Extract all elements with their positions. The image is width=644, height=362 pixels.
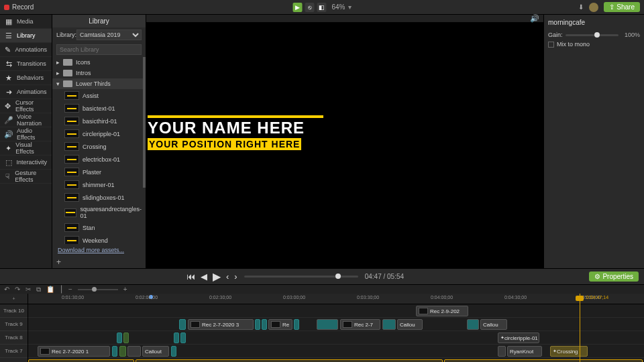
clip-selected[interactable]: morningcafe — [28, 359, 134, 362]
paste-button[interactable]: 📋 — [46, 286, 54, 293]
cut-button[interactable]: ✂ — [25, 286, 31, 293]
clip[interactable] — [262, 319, 267, 330]
canvas-zoom-value[interactable]: 64% — [331, 3, 345, 11]
next-marker-button[interactable]: › — [234, 272, 237, 282]
library-folder-intros[interactable]: ▸Intros — [52, 68, 146, 78]
play-tool-icon[interactable]: ▶ — [292, 3, 302, 12]
step-back-button[interactable]: ◀ — [201, 272, 207, 282]
clip[interactable]: Callou — [480, 319, 507, 330]
clip[interactable]: Rec 2-9-202 — [416, 306, 468, 316]
playhead[interactable]: 0:04:47;14 — [580, 294, 580, 362]
preview-canvas[interactable]: YOUR NAME HERE YOUR POSITION RIGHT HERE — [146, 23, 543, 268]
sidebar-item-media[interactable]: ▦Media — [0, 15, 52, 29]
clip[interactable] — [255, 319, 260, 330]
library-asset[interactable]: Plaster — [52, 166, 146, 178]
library-folder-lower-thirds[interactable]: ▾Lower Thirds — [52, 78, 146, 89]
prev-frame-button[interactable]: ⏮ — [186, 272, 195, 282]
user-avatar[interactable] — [589, 3, 598, 12]
library-asset[interactable]: shimmer-01 — [52, 178, 146, 191]
clip[interactable]: ✦Crossing — [550, 346, 588, 357]
clip[interactable] — [174, 333, 179, 343]
timeline-ruler[interactable]: 0:01:30;00 0:02:00;00 0:02:30;00 0:03:00… — [28, 294, 644, 304]
mix-mono-checkbox[interactable] — [548, 42, 554, 48]
clip[interactable]: Callout — [142, 346, 169, 357]
library-asset[interactable]: basicthird-01 — [52, 115, 146, 127]
sidebar-item-transitions[interactable]: ⇆Transitions — [0, 57, 52, 71]
library-asset[interactable]: Weekend — [52, 234, 146, 244]
clip[interactable] — [123, 333, 129, 343]
track-label[interactable]: Track 6 — [0, 358, 28, 362]
clip[interactable]: Callou — [397, 319, 423, 330]
library-select[interactable]: Camtasia 2019 — [76, 29, 142, 40]
track-label[interactable]: Track 9 — [0, 318, 28, 331]
slider-knob-icon[interactable] — [594, 32, 600, 38]
redo-button[interactable]: ↷ — [15, 286, 20, 293]
undo-button[interactable]: ↶ — [4, 286, 9, 293]
add-library-button[interactable]: + — [52, 256, 146, 268]
sidebar-item-annotations[interactable]: ✎Annotations — [0, 43, 52, 57]
properties-button[interactable]: ⚙ Properties — [589, 272, 639, 282]
crop-tool-icon[interactable]: ◧ — [317, 3, 326, 12]
track-9[interactable]: Rec 2-7-2020 3 Re Rec 2-7 Callou Callou — [28, 318, 644, 331]
clip-group[interactable] — [467, 319, 479, 330]
clip[interactable] — [117, 333, 122, 343]
sidebar-item-animations[interactable]: ➜Animations — [0, 85, 52, 99]
download-more-link[interactable]: Download more assets... — [52, 244, 146, 256]
library-asset[interactable]: Crossing — [52, 140, 146, 153]
speaker-icon[interactable]: 🔊 — [530, 14, 539, 23]
track-8[interactable]: ✦circleripple-01 — [28, 331, 644, 345]
clip[interactable] — [180, 333, 186, 343]
clip[interactable] — [498, 346, 506, 357]
sidebar-item-cursor-effects[interactable]: ✥Cursor Effects — [0, 99, 52, 113]
clip[interactable]: Rec 2-7-2020 1 — [38, 346, 110, 357]
clip[interactable] — [294, 319, 299, 330]
magnet-tool-icon[interactable]: ⎋ — [305, 3, 314, 12]
zoom-dropdown-icon[interactable]: ▾ — [348, 3, 352, 11]
track-label[interactable]: Track 10 — [0, 304, 28, 318]
library-asset[interactable]: electricbox-01 — [52, 153, 146, 166]
clip[interactable]: RyanKnot — [507, 346, 542, 357]
clip-selected[interactable]: morningcafe — [444, 359, 643, 362]
split-button[interactable]: ⎮ — [60, 286, 63, 293]
clip[interactable] — [127, 346, 141, 357]
track-6[interactable]: morningcafe morningcafe morningcafe — [28, 358, 644, 362]
track-label[interactable]: Track 8 — [0, 331, 28, 345]
clip[interactable] — [179, 319, 186, 330]
clip-group[interactable] — [317, 319, 338, 330]
sidebar-item-audio-effects[interactable]: 🔊Audio Effects — [0, 127, 52, 141]
slider-knob-icon[interactable] — [92, 287, 97, 292]
clip[interactable] — [119, 346, 126, 357]
clip[interactable] — [112, 346, 117, 357]
sidebar-item-interactivity[interactable]: ⬚Interactivity — [0, 156, 52, 170]
library-search-input[interactable] — [56, 44, 142, 55]
track-label[interactable]: Track 7 — [0, 345, 28, 358]
sidebar-item-visual-effects[interactable]: ✦Visual Effects — [0, 141, 52, 156]
copy-button[interactable]: ⧉ — [36, 286, 41, 294]
prev-marker-button[interactable]: ‹ — [226, 272, 229, 282]
library-folder-icons[interactable]: ▸Icons — [52, 57, 146, 68]
clip-selected[interactable]: morningcafe — [136, 359, 443, 362]
clip[interactable]: Rec 2-7 — [340, 319, 380, 330]
zoom-out-button[interactable]: − — [68, 286, 72, 293]
share-button[interactable]: ⇪ Share — [604, 2, 640, 12]
library-asset[interactable]: Stan — [52, 221, 146, 234]
add-track-button[interactable]: + — [0, 294, 28, 304]
download-icon[interactable]: ⬇ — [578, 3, 584, 11]
zoom-in-button[interactable]: + — [123, 286, 127, 293]
track-7[interactable]: Rec 2-7-2020 1 Callout RyanKnot ✦Crossin… — [28, 345, 644, 358]
sidebar-item-behaviors[interactable]: ★Behaviors — [0, 71, 52, 85]
seek-slider[interactable] — [244, 276, 358, 278]
slider-knob-icon[interactable] — [335, 274, 341, 279]
record-button[interactable]: Record — [12, 3, 34, 11]
sidebar-item-library[interactable]: ☰Library — [0, 29, 52, 43]
timeline-zoom-slider[interactable] — [78, 289, 118, 290]
library-asset[interactable]: basictext-01 — [52, 102, 146, 115]
clip-group[interactable] — [382, 319, 396, 330]
clip[interactable]: Re — [268, 319, 292, 330]
clip[interactable] — [171, 346, 176, 357]
track-10[interactable]: Rec 2-9-202 — [28, 304, 644, 318]
clip[interactable]: Rec 2-7-2020 3 — [188, 319, 254, 330]
library-asset[interactable]: squaresandrectangles-01 — [52, 204, 146, 221]
library-scrollbar[interactable] — [143, 57, 146, 188]
library-asset[interactable]: slidingboxes-01 — [52, 191, 146, 204]
